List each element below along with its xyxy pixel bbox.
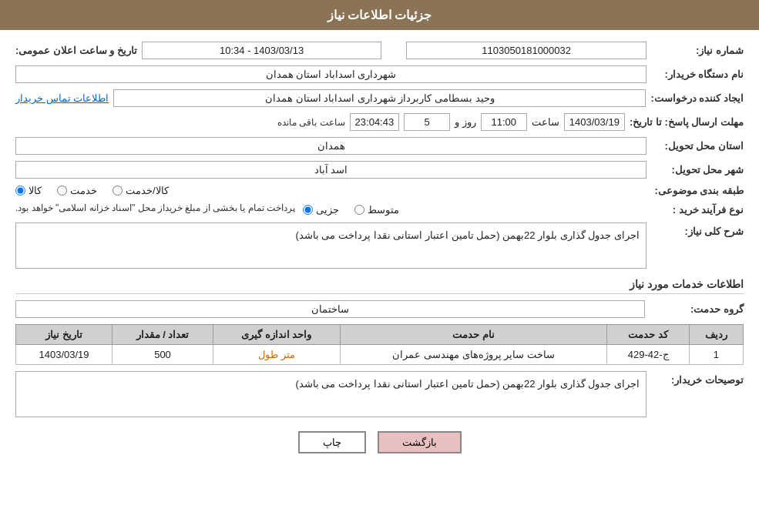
response-time-label: ساعت [532, 116, 559, 128]
row-description: شرح کلی نیاز: اجرای جدول گذاری بلوار 22ب… [15, 223, 744, 269]
buyer-name-value: شهرداری اسداباد استان همدان [15, 65, 646, 83]
category-radio-khedmat[interactable]: خدمت [57, 185, 97, 196]
description-value: اجرای جدول گذاری بلوار 22بهمن (حمل تامین… [15, 223, 646, 269]
row-creator: ایجاد کننده درخواست: وحید بسطامی کاربردا… [15, 89, 744, 107]
purchase-radio-mutawasit-input[interactable] [354, 205, 364, 215]
table-row: 1ج-42-429ساخت سایر پروژه‌های مهندسی عمرا… [16, 345, 744, 365]
announce-datetime-label: تاریخ و ساعت اعلان عمومی: [15, 45, 137, 56]
content-area: شماره نیاز: 1103050181000032 1403/03/13 … [0, 30, 759, 473]
creator-label: ایجاد کننده درخواست: [650, 92, 744, 104]
col-service-code: کد حدمت [607, 325, 689, 345]
cell-unit: متر طول [213, 345, 340, 365]
buyer-desc-value: اجرای جدول گذاری بلوار 22بهمن (حمل تامین… [15, 371, 646, 417]
row-service-group: گروه حدمت: ساختمان [15, 300, 744, 318]
back-button[interactable]: بازگشت [378, 431, 462, 453]
province-label: استان محل تحویل: [651, 140, 744, 152]
response-days-label: روز و [455, 116, 476, 128]
creator-value: وحید بسطامی کاربرداز شهرداری اسداباد است… [113, 89, 646, 107]
buyer-desc-label: توصیحات خریدار: [651, 371, 744, 386]
col-unit: واحد اندازه گیری [213, 325, 340, 345]
category-khedmat-label: خدمت [70, 185, 97, 196]
category-radio-khedmat-input[interactable] [57, 186, 67, 196]
purchase-notice-text: پرداخت تمام یا بخشی از مبلغ خریداز محل "… [15, 202, 295, 213]
page-header: جزئیات اطلاعات نیاز [0, 0, 759, 30]
service-table: ردیف کد حدمت نام حدمت واحد اندازه گیری ت… [15, 324, 744, 365]
row-city: شهر محل تحویل: اسد آباد [15, 161, 744, 179]
button-row: بازگشت چاپ [15, 431, 744, 453]
purchase-mutawasit-label: متوسط [368, 204, 399, 216]
row-need-number: شماره نیاز: 1103050181000032 1403/03/13 … [15, 42, 744, 59]
cell-quantity: 500 [113, 345, 213, 365]
row-purchase-type: نوع فرآیند خرید : متوسط جزیی پرداخت تمام… [15, 202, 744, 216]
need-number-value: 1103050181000032 [406, 42, 646, 59]
row-buyer-desc: توصیحات خریدار: اجرای جدول گذاری بلوار 2… [15, 371, 744, 417]
response-date-value: 1403/03/19 [564, 113, 625, 131]
purchase-juzyi-label: جزیی [316, 204, 339, 216]
row-response-deadline: مهلت ارسال پاسخ: تا تاریخ: 1403/03/19 سا… [15, 113, 744, 131]
category-radio-group: کالا/خدمت خدمت کالا [15, 185, 646, 196]
purchase-radio-juzyi[interactable]: جزیی [303, 204, 339, 216]
response-deadline-label: مهلت ارسال پاسخ: تا تاریخ: [630, 116, 744, 128]
col-service-name: نام حدمت [340, 325, 607, 345]
cell-row-num: 1 [689, 345, 743, 365]
province-value: همدان [15, 137, 646, 155]
purchase-radio-juzyi-input[interactable] [303, 205, 313, 215]
description-label: شرح کلی نیاز: [651, 223, 744, 237]
city-label: شهر محل تحویل: [651, 164, 744, 176]
response-countdown-value: 23:04:43 [350, 113, 400, 131]
cell-service-code: ج-42-429 [607, 345, 689, 365]
col-quantity: تعداد / مقدار [113, 325, 213, 345]
category-radio-kala-input[interactable] [15, 186, 25, 196]
col-row-num: ردیف [689, 325, 743, 345]
print-button[interactable]: چاپ [298, 431, 366, 453]
category-kala-khedmat-label: کالا/خدمت [126, 185, 169, 196]
cell-date: 1403/03/19 [16, 345, 113, 365]
creator-contact-link[interactable]: اطلاعات تماس خریدار [15, 92, 109, 104]
table-header-row: ردیف کد حدمت نام حدمت واحد اندازه گیری ت… [16, 325, 744, 345]
category-kala-label: کالا [29, 185, 42, 196]
need-number-label: شماره نیاز: [651, 45, 744, 56]
announce-datetime-value: 1403/03/13 - 10:34 [142, 42, 382, 59]
city-value: اسد آباد [15, 161, 646, 179]
buyer-name-label: نام دستگاه خریدار: [651, 69, 744, 80]
purchase-radio-mutawasit[interactable]: متوسط [354, 204, 399, 216]
page-wrapper: جزئیات اطلاعات نیاز شماره نیاز: 11030501… [0, 0, 759, 532]
category-label: طبقه بندی موضوعی: [651, 185, 744, 196]
category-radio-kala[interactable]: کالا [15, 185, 42, 196]
category-radio-kala-khedmat-input[interactable] [113, 186, 123, 196]
service-group-value: ساختمان [15, 300, 645, 318]
page-title: جزئیات اطلاعات نیاز [327, 8, 432, 22]
row-buyer-name: نام دستگاه خریدار: شهرداری اسداباد استان… [15, 65, 744, 83]
cell-service-name: ساخت سایر پروژه‌های مهندسی عمران [340, 345, 607, 365]
service-group-label: گروه حدمت: [651, 303, 744, 315]
purchase-type-label: نوع فرآیند خرید : [651, 204, 744, 216]
row-province: استان محل تحویل: همدان [15, 137, 744, 155]
services-section-title: اطلاعات خدمات مورد نیاز [15, 278, 744, 294]
response-time-value: 11:00 [481, 113, 527, 131]
category-radio-kala-khedmat[interactable]: کالا/خدمت [113, 185, 169, 196]
response-days-value: 5 [404, 113, 450, 131]
response-remaining-label: ساعت باقی مانده [277, 117, 345, 128]
purchase-type-radio-group: متوسط جزیی [303, 204, 646, 216]
row-category: طبقه بندی موضوعی: کالا/خدمت خدمت کالا [15, 185, 744, 196]
col-date: تاریخ نیاز [16, 325, 113, 345]
